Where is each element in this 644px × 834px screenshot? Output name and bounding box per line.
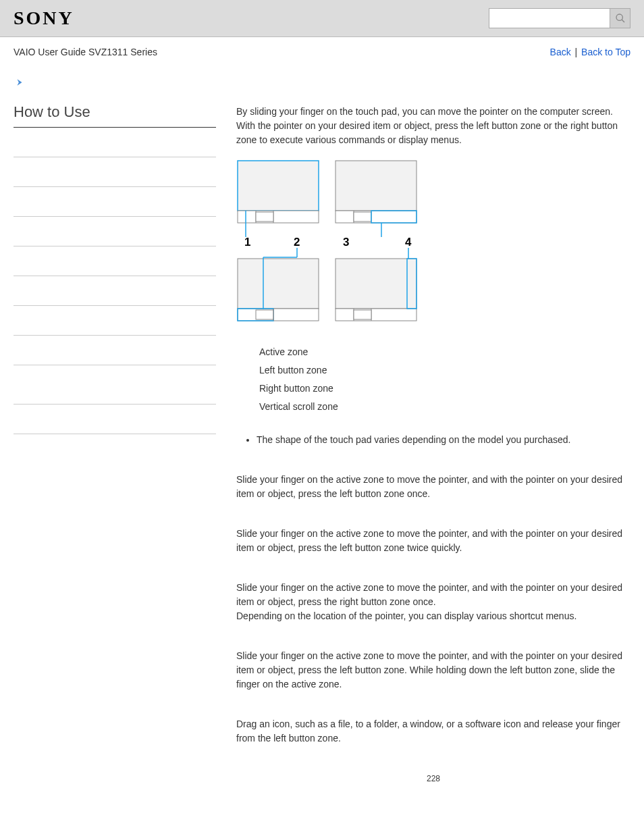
back-link[interactable]: Back	[550, 47, 571, 57]
sidebar-row[interactable]	[14, 246, 216, 276]
guide-title: VAIO User Guide SVZ1311 Series	[14, 45, 157, 59]
sidebar-title: How to Use	[14, 98, 216, 128]
top-links: Back | Back to Top	[550, 45, 630, 59]
note-list: The shape of the touch pad varies depend…	[248, 433, 630, 447]
svg-point-0	[616, 14, 622, 20]
sidebar-row[interactable]	[14, 405, 216, 434]
sidebar: How to Use	[14, 98, 216, 785]
zone-item: Left button zone	[259, 363, 630, 377]
diagram-label-3: 3	[343, 236, 349, 249]
link-separator: |	[575, 47, 578, 57]
note-item: The shape of the touch pad varies depend…	[257, 433, 630, 447]
section-paragraph: Slide your finger on the active zone to …	[236, 527, 630, 555]
section-paragraph: Slide your finger on the active zone to …	[236, 473, 630, 501]
svg-rect-23	[336, 309, 417, 321]
search-icon	[615, 13, 626, 24]
intro-paragraph: By sliding your finger on the touch pad,…	[236, 105, 630, 147]
back-to-top-link[interactable]: Back to Top	[581, 47, 630, 57]
section-paragraph: Slide your finger on the active zone to …	[236, 649, 630, 692]
zone-list: Active zone Left button zone Right butto…	[259, 345, 630, 414]
top-meta-bar: VAIO User Guide SVZ1311 Series Back | Ba…	[0, 37, 644, 63]
svg-line-1	[622, 20, 624, 22]
sidebar-row[interactable]	[14, 336, 216, 365]
sidebar-row[interactable]	[14, 128, 216, 157]
zone-item: Right button zone	[259, 382, 630, 396]
svg-rect-15	[238, 309, 319, 321]
main-content: By sliding your finger on the touch pad,…	[236, 98, 630, 785]
sidebar-row[interactable]	[14, 365, 216, 405]
diagram-label-1: 1	[244, 236, 250, 249]
svg-rect-14	[238, 259, 319, 309]
header-bar: SONY	[0, 0, 644, 37]
svg-rect-22	[336, 259, 417, 309]
svg-rect-2	[238, 161, 319, 211]
page-number: 228	[236, 773, 630, 785]
svg-rect-26	[354, 310, 371, 319]
sidebar-row[interactable]	[14, 187, 216, 217]
touchpad-diagram: 1 2 3 4	[236, 159, 630, 329]
sidebar-row[interactable]	[14, 217, 216, 246]
sony-logo: SONY	[14, 4, 74, 32]
search-input[interactable]	[489, 8, 610, 28]
diagram-label-2: 2	[294, 236, 300, 249]
sidebar-row[interactable]	[14, 306, 216, 336]
sidebar-row[interactable]	[14, 157, 216, 187]
search-button[interactable]	[610, 8, 630, 28]
breadcrumb-arrow-icon	[0, 63, 644, 91]
section-paragraph: Slide your finger on the active zone to …	[236, 581, 630, 623]
svg-rect-9	[336, 211, 417, 223]
svg-rect-3	[238, 211, 319, 223]
search-group	[489, 8, 630, 28]
svg-rect-6	[256, 212, 273, 221]
zone-item: Active zone	[259, 345, 630, 359]
svg-rect-17	[256, 310, 273, 319]
diagram-label-4: 4	[405, 236, 412, 249]
sidebar-row[interactable]	[14, 276, 216, 306]
zone-item: Vertical scroll zone	[259, 400, 630, 414]
svg-rect-11	[354, 212, 371, 221]
svg-rect-8	[336, 161, 417, 211]
section-paragraph: Drag an icon, such as a file, to a folde…	[236, 717, 630, 746]
